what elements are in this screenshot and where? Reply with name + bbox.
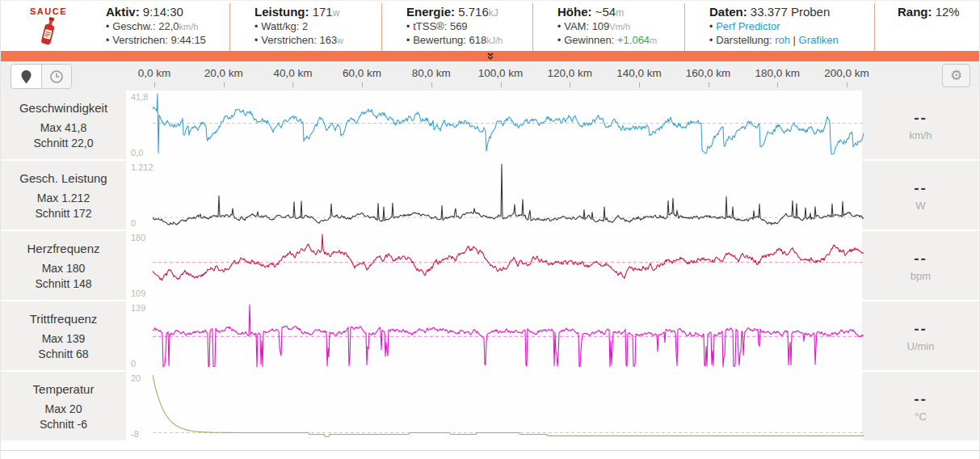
chart-area-trittfrequenz[interactable]: 1390 xyxy=(126,301,862,370)
stat-line-daten-1: •Perf Predictor xyxy=(709,20,874,32)
stat-title-aktiv: Aktiv: 9:14:30 xyxy=(106,5,229,19)
current-value: -- xyxy=(914,250,927,267)
row-label-gesch-leistung: Gesch. LeistungMax 1.212Schnitt 172 xyxy=(1,161,126,230)
bullet: • xyxy=(406,21,410,32)
y-axis-max-label: 1.212 xyxy=(131,162,154,172)
stat-text: 618 xyxy=(469,34,487,46)
current-value: -- xyxy=(914,109,927,127)
distance-mode-button[interactable] xyxy=(11,65,41,88)
chart-row-trittfrequenz: TrittfrequenzMax 139Schnitt 681390--U/mi… xyxy=(1,301,979,370)
chart-area-gesch-leistung[interactable]: 1.2120 xyxy=(126,161,862,230)
stat-line-energie-2: •Bewertung: 618kJ/h xyxy=(406,34,532,46)
collapse-header-bar[interactable] xyxy=(1,51,979,61)
stat-text: 109 xyxy=(592,20,610,32)
sauce-analytics-window: SAUCE Aktiv: 9:14:30•Geschw.: 22,0km/h•V… xyxy=(0,0,980,459)
axis-label-200: 20,0 km xyxy=(204,67,243,79)
axis-tick xyxy=(292,82,293,87)
stat-text: Darstellung: xyxy=(716,34,775,46)
axis-label-1200: 120,0 km xyxy=(547,67,592,79)
y-axis-min-label: -8 xyxy=(131,429,139,439)
stat-text: km/h xyxy=(179,22,199,32)
axis-label-1400: 140,0 km xyxy=(616,67,662,79)
row-avg-stat: Schnitt -6 xyxy=(40,418,87,431)
stat-text: 163 xyxy=(319,34,337,46)
y-axis-max-label: 139 xyxy=(131,303,145,313)
footer-strip xyxy=(1,440,979,458)
bullet: • xyxy=(254,21,258,32)
stat-group-leistung: Leistung: 171w•Watt/kg: 2•Verstrichen: 1… xyxy=(229,3,381,51)
time-mode-button[interactable] xyxy=(41,65,71,88)
stat-title-hoehe: Höhe: ~54m xyxy=(557,5,684,19)
stat-group-daten: Daten: 33.377 Proben•Perf Predictor•Dars… xyxy=(684,3,874,51)
y-axis-min-label: 0 xyxy=(131,218,136,228)
bullet: • xyxy=(406,35,410,46)
axis-label-600: 60,0 km xyxy=(343,67,381,79)
data-line xyxy=(153,94,864,154)
axis-label-2000: 200,0 km xyxy=(824,67,869,79)
row-title: Trittfrequenz xyxy=(30,312,98,326)
axis-tick xyxy=(154,82,155,87)
trace-geschwindigkeit xyxy=(153,93,864,157)
chart-area-geschwindigkeit[interactable]: 41,80,0 xyxy=(126,91,862,159)
row-max-stat: Max 41,8 xyxy=(40,121,87,134)
stat-text: kJ/h xyxy=(486,36,503,45)
row-avg-stat: Schnitt 68 xyxy=(38,347,88,360)
stat-text: m xyxy=(650,36,657,45)
stat-line-aktiv-1: •Geschw.: 22,0km/h xyxy=(106,20,229,32)
stat-text: tTSS®: xyxy=(413,20,450,32)
stat-text: w xyxy=(337,36,343,45)
stat-text: +1.064 xyxy=(617,34,650,46)
row-label-herzfrequenz: HerzfrequenzMax 180Schnitt 148 xyxy=(1,231,126,300)
unit-label: W xyxy=(915,200,925,212)
chart-area-herzfrequenz[interactable]: 180109 xyxy=(126,231,862,300)
settings-button[interactable]: ⚙ xyxy=(942,64,970,87)
axis-tick xyxy=(362,82,363,87)
axis-label-400: 40,0 km xyxy=(273,67,312,79)
darstellung-grafiken-link[interactable]: Grafiken xyxy=(799,34,839,46)
unit-label: km/h xyxy=(909,129,932,141)
row-max-stat: Max 180 xyxy=(42,262,86,275)
stat-group-rang: Rang: 12% xyxy=(874,3,979,51)
stat-line-hoehe-2: •Gewinnen: +1.064m xyxy=(557,34,684,46)
row-max-stat: Max 1.212 xyxy=(37,192,90,204)
stat-title-daten: Daten: 33.377 Proben xyxy=(709,5,874,19)
stat-text: Verstrichen: xyxy=(261,34,319,46)
stat-text: | xyxy=(790,34,799,46)
y-axis-min-label: 0,0 xyxy=(131,148,143,158)
axis-tick xyxy=(709,82,709,87)
stat-line-energie-1: •tTSS®: 569 xyxy=(406,20,532,32)
axis-label-800: 80,0 km xyxy=(412,67,451,79)
axis-tick xyxy=(777,82,778,87)
axis-tick xyxy=(639,82,640,87)
axis-tick xyxy=(570,82,570,87)
trace-herzfrequenz xyxy=(153,234,864,297)
data-line xyxy=(153,164,864,225)
bullet: • xyxy=(106,21,109,32)
bullet: • xyxy=(106,35,109,46)
sauce-logo: SAUCE xyxy=(1,3,96,51)
current-value: -- xyxy=(914,320,927,338)
data-line xyxy=(153,375,864,436)
chart-toolbar: 0,0 km20,0 km40,0 km60,0 km80,0 km100,0 … xyxy=(1,61,979,91)
stat-group-energie: Energie: 5.716kJ•tTSS®: 569•Bewertung: 6… xyxy=(381,3,532,51)
stat-text: Watt/kg: xyxy=(261,20,302,32)
y-axis-max-label: 180 xyxy=(131,233,145,242)
perf-predictor-link[interactable]: Perf Predictor xyxy=(716,20,780,32)
stat-text: VAM: xyxy=(564,20,591,32)
row-max-stat: Max 20 xyxy=(45,402,82,415)
stat-text: 22,0 xyxy=(158,20,179,32)
chart-area-temperatur[interactable]: 20-8 xyxy=(126,372,862,440)
stat-line-daten-2: •Darstellung: roh | Grafiken xyxy=(709,34,874,46)
darstellung-roh-link[interactable]: roh xyxy=(775,34,790,46)
bullet: • xyxy=(709,21,713,32)
chart-rows: GeschwindigkeitMax 41,8Schnitt 22,041,80… xyxy=(1,91,979,440)
row-avg-stat: Schnitt 148 xyxy=(35,277,91,290)
trace-gesch-leistung xyxy=(153,163,864,227)
trace-trittfrequenz xyxy=(153,304,864,368)
axis-tick xyxy=(501,82,502,87)
stat-text: Bewertung: xyxy=(413,34,469,46)
gear-icon: ⚙ xyxy=(950,67,962,84)
row-value-panel-geschwindigkeit: --km/h xyxy=(862,91,979,159)
stat-text: 2 xyxy=(302,20,308,32)
stats-header: SAUCE Aktiv: 9:14:30•Geschw.: 22,0km/h•V… xyxy=(1,1,979,51)
